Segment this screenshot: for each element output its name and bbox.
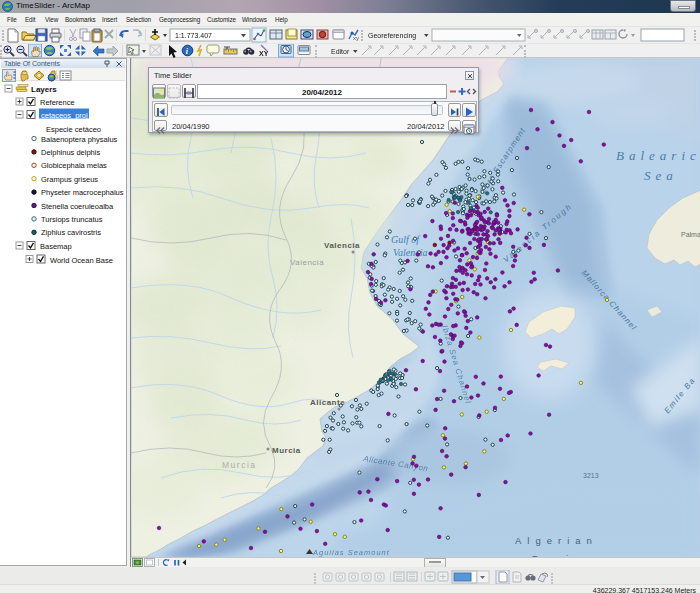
svg-text:Editor: Editor [331, 48, 350, 55]
svg-text:Sea: Sea [644, 168, 678, 183]
svg-text:Palma: Palma [681, 231, 700, 238]
svg-text:Grampus griseus: Grampus griseus [41, 175, 98, 184]
svg-text:Reference: Reference [40, 98, 75, 107]
svg-text:xy: xy [353, 35, 359, 41]
svg-text:Stenella coeruleoalba: Stenella coeruleoalba [41, 202, 114, 211]
svg-text:Balaenoptera physalus: Balaenoptera physalus [41, 135, 118, 144]
svg-text:Aguilas Seamount: Aguilas Seamount [312, 548, 390, 557]
svg-text:Emile Ba: Emile Ba [663, 375, 698, 415]
svg-text:XY: XY [259, 50, 269, 57]
svg-text:Murcia: Murcia [272, 446, 301, 455]
svg-text:cetaceos_proj: cetaceos_proj [41, 111, 88, 120]
svg-text:Valencia: Valencia [393, 247, 427, 258]
svg-text:Basemap: Basemap [40, 242, 72, 251]
svg-text:World Ocean Base: World Ocean Base [50, 256, 113, 265]
svg-text:3213: 3213 [583, 472, 599, 479]
svg-text:Globicephala melas: Globicephala melas [41, 161, 107, 170]
svg-text:Physeter macrocephalus: Physeter macrocephalus [41, 188, 124, 197]
svg-text:Valencia: Valencia [324, 241, 360, 250]
svg-text:Murcia: Murcia [222, 460, 257, 470]
svg-text:Alicante Canyon: Alicante Canyon [362, 454, 429, 473]
svg-text:Balearic: Balearic [616, 148, 700, 163]
svg-text:Valencia: Valencia [290, 258, 324, 267]
svg-text:Georeferencing: Georeferencing [368, 32, 416, 40]
svg-text:Ziphius cavirostris: Ziphius cavirostris [41, 228, 101, 237]
svg-text:Algerian: Algerian [515, 535, 598, 546]
svg-text:Ebro Escarpment: Ebro Escarpment [478, 126, 527, 195]
svg-text:1:1.773.407: 1:1.773.407 [175, 32, 212, 39]
svg-text:Layers: Layers [31, 85, 57, 94]
svg-text:Especie cetáceo: Especie cetáceo [46, 125, 101, 134]
svg-text:Delphinus delphis: Delphinus delphis [41, 148, 100, 157]
svg-text:Tursiops truncatus: Tursiops truncatus [41, 215, 103, 224]
